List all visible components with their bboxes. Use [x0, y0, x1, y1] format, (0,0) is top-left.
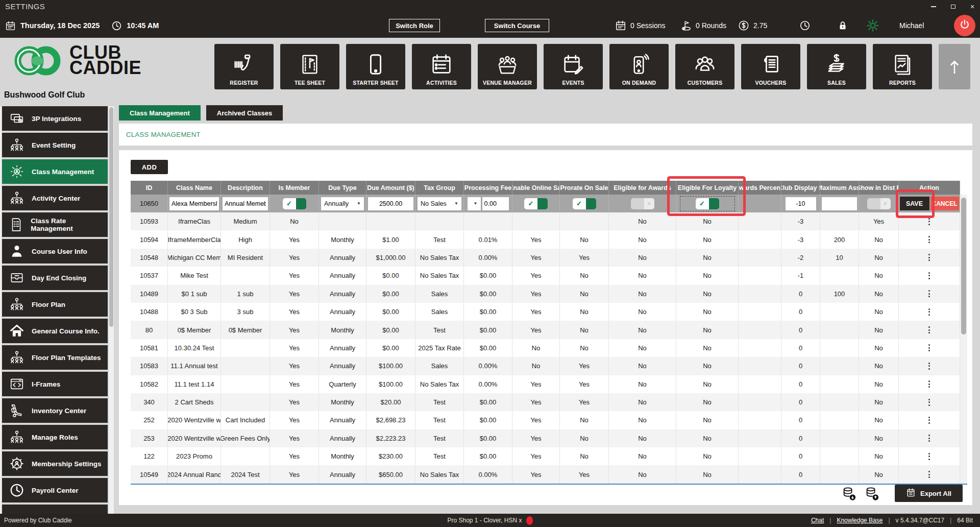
sidebar-item-event-setting[interactable]: Event Setting	[2, 133, 108, 157]
user-name[interactable]: Michael	[899, 13, 924, 38]
row-action-menu[interactable]	[899, 429, 960, 447]
table-scrollbar[interactable]	[960, 195, 967, 484]
cell	[739, 212, 781, 230]
maximum-input[interactable]	[822, 197, 857, 210]
sidebar-item-floor-plan[interactable]: Floor Plan	[2, 292, 108, 317]
chevron-down-icon: ▼	[474, 201, 478, 206]
sidebar-item-floor-plan-templates[interactable]: Floor Plan Templates	[2, 345, 108, 370]
row-action-menu[interactable]	[899, 321, 960, 339]
row-action-menu[interactable]	[899, 285, 960, 303]
nav-tile-reports[interactable]: REPORTS	[873, 44, 932, 89]
nav-tile-starter-sheet[interactable]: STARTER SHEET	[346, 44, 405, 89]
sidebar-item-general-course-info[interactable]: General Course Info.	[2, 319, 108, 343]
sidebar-item-inventory-center[interactable]: Inventory Center	[2, 398, 108, 423]
row-action-menu[interactable]	[899, 465, 960, 483]
row-action-menu[interactable]	[899, 393, 960, 411]
is-member-toggle[interactable]: ✓	[283, 198, 306, 209]
tab-class-management[interactable]: Class Management	[119, 105, 201, 121]
sidebar-scrollbar[interactable]	[109, 106, 114, 514]
row-action-menu[interactable]	[899, 339, 960, 357]
cell: No Sales Tax	[415, 465, 464, 483]
lock-button[interactable]	[837, 13, 848, 38]
close-button[interactable]: ×	[969, 3, 976, 10]
sidebar-item-activity-center[interactable]: Activity Center	[2, 186, 108, 210]
processing-fee-type-select[interactable]: ▼	[468, 197, 481, 210]
nav-tile-vouchers[interactable]: VOUCHERS	[741, 44, 800, 89]
sidebar-item-3p-integrations[interactable]: 3P Integrations	[2, 106, 108, 131]
table-scrollbar-thumb[interactable]	[961, 198, 966, 334]
save-button[interactable]: SAVE	[900, 197, 929, 210]
cell: No	[859, 447, 899, 465]
col-header-eligible-for-loyalty: Eligible For Loyalty	[676, 181, 739, 195]
row-action-menu[interactable]	[899, 212, 960, 230]
logout-power-button[interactable]	[954, 15, 975, 36]
row-action-menu[interactable]	[899, 230, 960, 248]
eligible-for-awards-toggle[interactable]: ×	[631, 198, 654, 209]
cell: 80	[131, 321, 168, 339]
due-type-select[interactable]: Annually▼	[321, 197, 364, 210]
sidebar-item-day-end-closing[interactable]: Day End Closing	[2, 266, 108, 290]
club-display-input[interactable]	[786, 197, 816, 210]
nav-tile-register[interactable]: REGISTER	[214, 44, 274, 89]
cancel-button[interactable]: CANCEL	[930, 197, 959, 210]
add-button[interactable]: ADD	[131, 160, 168, 174]
toggle-knob	[867, 198, 880, 209]
switch-course-button[interactable]: Switch Course	[485, 19, 549, 32]
cell: Yes	[270, 230, 319, 248]
eligible-for-loyalty-toggle[interactable]: ✓	[696, 198, 719, 209]
row-action-menu[interactable]	[899, 267, 960, 284]
prorate-on-sale-toggle[interactable]: ✓	[573, 198, 596, 209]
due-amount-input[interactable]	[368, 197, 413, 210]
nav-scroll-up-button[interactable]	[939, 44, 970, 89]
class-name-input[interactable]	[169, 197, 219, 210]
toggle-track	[709, 198, 719, 209]
row-action-menu[interactable]	[899, 375, 960, 393]
row-action-menu[interactable]	[899, 357, 960, 375]
cell: No	[609, 411, 676, 429]
knowledge-base-link[interactable]: Knowledge Base	[837, 517, 883, 524]
sidebar-item-course-user-info[interactable]: Course User Info	[2, 239, 108, 264]
description-input[interactable]	[223, 197, 268, 210]
row-action-menu[interactable]	[899, 249, 960, 267]
sidebar-item-payroll-center[interactable]: Payroll Center	[2, 478, 108, 502]
cell: No	[609, 303, 676, 321]
sidebar-item-membership-settings[interactable]: Membership Settings	[2, 451, 108, 476]
nav-tile-activities[interactable]: ACTIVITIES	[412, 44, 471, 89]
export-coins-download-button[interactable]	[842, 486, 857, 501]
sidebar-item-partial[interactable]	[2, 505, 108, 514]
sidebar-item-i-frames[interactable]: I-Frames	[2, 372, 108, 396]
maximize-button[interactable]	[949, 3, 957, 10]
current-date: Thursday, 18 Dec 2025	[20, 21, 100, 30]
processing-fee-input[interactable]	[482, 197, 509, 210]
row-action-menu[interactable]	[899, 411, 960, 429]
nav-tile-tee-sheet[interactable]: TEE SHEET	[280, 44, 339, 89]
nav-tile-sales[interactable]: SALES	[807, 44, 866, 89]
nav-tile-events[interactable]: EVENTS	[544, 44, 603, 89]
row-action-menu[interactable]	[899, 447, 960, 465]
cell: Yes	[270, 411, 319, 429]
clock-button[interactable]	[799, 13, 811, 38]
show-in-dist-toggle[interactable]: ×	[867, 198, 891, 209]
kebab-menu-icon	[928, 471, 930, 478]
nav-tile-customers[interactable]: CUSTOMERS	[675, 44, 734, 89]
minimize-button[interactable]	[930, 3, 937, 10]
sidebar-item-class-rate-management[interactable]: Class Rate Management	[2, 212, 108, 237]
row-action-menu[interactable]	[899, 303, 960, 321]
cell: No	[859, 465, 899, 483]
sidebar-item-class-management[interactable]: Class Management	[2, 159, 108, 184]
switch-role-button[interactable]: Switch Role	[389, 19, 440, 32]
export-all-button[interactable]: Export All	[895, 485, 963, 502]
tab-archived-classes[interactable]: Archived Classes	[206, 105, 283, 121]
chat-link[interactable]: Chat	[811, 517, 824, 524]
enable-online-sale-toggle[interactable]: ✓	[524, 198, 548, 209]
nav-tile-venue-manager[interactable]: VENUE MANAGER	[478, 44, 537, 89]
cell: No	[676, 429, 739, 447]
sidebar-scrollbar-thumb[interactable]	[109, 107, 113, 327]
cell	[739, 249, 781, 267]
nav-tile-on-demand[interactable]: ON DEMAND	[609, 44, 669, 89]
sidebar-item-manage-roles[interactable]: Manage Roles	[2, 425, 108, 449]
settings-gear-button[interactable]	[866, 13, 879, 38]
cell: MI Resident	[221, 249, 270, 267]
tax-group-select[interactable]: No Sales▼	[418, 197, 461, 210]
export-coins-upload-button[interactable]	[865, 486, 880, 501]
